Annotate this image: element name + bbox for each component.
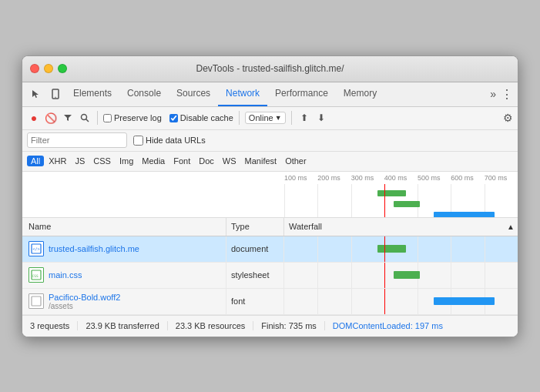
titlebar: DevTools - trusted-sailfish.glitch.me/ xyxy=(22,56,518,82)
import-button[interactable]: ⬆ xyxy=(297,111,311,125)
more-tabs-button[interactable]: » xyxy=(487,88,499,100)
row-waterfall-cell xyxy=(284,263,518,288)
generic-file-icon xyxy=(29,293,44,309)
table-row[interactable]: Pacifico-Bold.woff2 /assets font xyxy=(22,289,518,315)
status-bar: 3 requests 23.9 KB transferred 23.3 KB r… xyxy=(22,315,518,337)
separator1 xyxy=(97,111,98,125)
tab-performance[interactable]: Performance xyxy=(267,82,336,106)
settings-button[interactable]: ⚙ xyxy=(503,112,513,124)
tab-memory[interactable]: Memory xyxy=(336,82,384,106)
tab-console[interactable]: Console xyxy=(119,82,169,106)
finish-status: Finish: 735 ms xyxy=(253,321,325,330)
type-btn-doc[interactable]: Doc xyxy=(195,156,218,166)
row-waterfall-cell xyxy=(284,289,518,314)
maximize-button[interactable] xyxy=(58,64,67,73)
row-name-cell: CSS main.css xyxy=(22,263,226,288)
devtools-window: DevTools - trusted-sailfish.glitch.me/ E… xyxy=(22,55,518,337)
minimize-button[interactable] xyxy=(44,64,53,73)
tab-elements[interactable]: Elements xyxy=(65,82,119,106)
tab-network[interactable]: Network xyxy=(218,82,267,106)
export-button[interactable]: ⬇ xyxy=(314,111,328,125)
type-btn-manifest[interactable]: Manifest xyxy=(241,156,281,166)
row-name-cell: </> trusted-sailfish.glitch.me xyxy=(22,236,226,262)
disable-cache-group: Disable cache xyxy=(169,113,233,122)
table-header: Name Type Waterfall ▲ xyxy=(22,218,518,236)
table-row[interactable]: CSS main.css stylesheet xyxy=(22,263,518,289)
sort-arrow-icon: ▲ xyxy=(507,223,515,231)
mobile-icon[interactable] xyxy=(45,84,65,104)
preserve-log-checkbox[interactable] xyxy=(103,114,112,122)
tab-sources[interactable]: Sources xyxy=(169,82,218,106)
filter-input[interactable] xyxy=(27,132,127,148)
transferred-status: 23.9 KB transferred xyxy=(78,321,167,330)
col-header-waterfall[interactable]: Waterfall ▲ xyxy=(284,218,518,236)
separator3 xyxy=(291,111,292,125)
row-name-cell: Pacifico-Bold.woff2 /assets xyxy=(22,289,226,314)
type-btn-js[interactable]: JS xyxy=(71,156,89,166)
chevron-down-icon: ▼ xyxy=(275,114,282,122)
preserve-log-group: Preserve log xyxy=(103,113,162,122)
devtools-tabs: Elements Console Sources Network Perform… xyxy=(22,82,518,107)
svg-text:CSS: CSS xyxy=(32,274,39,278)
network-toolbar: ● 🚫 Preserve log Disable cache Online ▼ … xyxy=(22,107,518,130)
type-btn-media[interactable]: Media xyxy=(138,156,169,166)
online-label: Online xyxy=(249,113,273,122)
filter-button[interactable] xyxy=(61,111,75,125)
table-row[interactable]: </> trusted-sailfish.glitch.me document xyxy=(22,236,518,263)
type-btn-other[interactable]: Other xyxy=(281,156,310,166)
row-type-cell: document xyxy=(226,236,284,262)
disable-cache-checkbox[interactable] xyxy=(169,114,178,122)
hide-data-urls-checkbox[interactable] xyxy=(133,136,143,146)
type-btn-xhr[interactable]: XHR xyxy=(45,156,70,166)
type-btn-img[interactable]: Img xyxy=(116,156,137,166)
type-btn-css[interactable]: CSS xyxy=(89,156,115,166)
close-button[interactable] xyxy=(30,64,39,73)
dom-content-loaded-status: DOMContentLoaded: 197 ms xyxy=(333,321,443,330)
stop-button[interactable]: 🚫 xyxy=(44,111,58,125)
doc-file-icon: </> xyxy=(29,241,44,256)
type-btn-font[interactable]: Font xyxy=(169,156,194,166)
filter-row: Hide data URLs xyxy=(22,130,518,152)
svg-text:</>: </> xyxy=(33,246,40,251)
type-btn-ws[interactable]: WS xyxy=(219,156,240,166)
svg-rect-8 xyxy=(32,297,41,306)
type-btn-all[interactable]: All xyxy=(27,156,44,166)
css-file-icon: CSS xyxy=(29,267,44,283)
svg-line-3 xyxy=(86,119,89,122)
separator2 xyxy=(239,111,240,125)
row-type-cell: stylesheet xyxy=(226,263,284,288)
hide-data-urls-group: Hide data URLs xyxy=(133,136,206,146)
window-title: DevTools - trusted-sailfish.glitch.me/ xyxy=(196,63,344,74)
timeline-graph: 100 ms 200 ms 300 ms 400 ms 500 ms 600 m… xyxy=(22,172,518,218)
resources-status: 23.3 KB resources xyxy=(168,321,254,330)
throttle-select[interactable]: Online ▼ xyxy=(245,112,286,124)
traffic-lights xyxy=(30,64,67,73)
requests-status: 3 requests xyxy=(30,321,78,330)
col-header-name[interactable]: Name xyxy=(22,218,226,236)
search-button[interactable] xyxy=(78,111,92,125)
preserve-log-label: Preserve log xyxy=(114,113,162,122)
cursor-icon[interactable] xyxy=(25,84,45,104)
hide-data-urls-label: Hide data URLs xyxy=(146,136,206,145)
type-filter-row: All XHR JS CSS Img Media Font Doc WS Man… xyxy=(22,152,518,172)
svg-point-2 xyxy=(82,115,87,120)
record-button[interactable]: ● xyxy=(27,111,41,125)
row-waterfall-cell xyxy=(284,236,518,262)
col-header-type[interactable]: Type xyxy=(226,218,284,236)
row-type-cell: font xyxy=(226,289,284,314)
tab-menu-button[interactable]: ⋮ xyxy=(499,84,515,104)
disable-cache-label: Disable cache xyxy=(180,113,233,122)
